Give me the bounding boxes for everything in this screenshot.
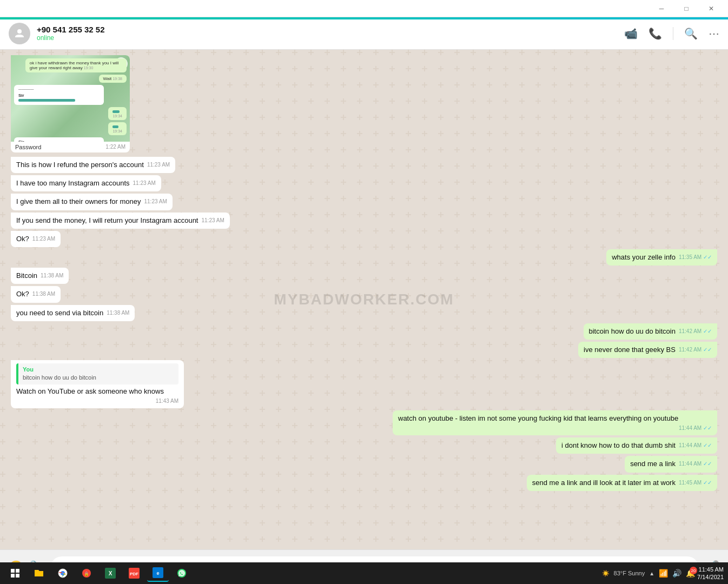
svg-text:🔒: 🔒 (84, 571, 89, 576)
message-time: 11:43 AM (156, 397, 178, 405)
message-bubble: watch on youtube - listen im not some yo… (393, 410, 717, 435)
read-receipts: ✓✓ (703, 480, 712, 486)
message-bubble: This is how I refund the person's accoun… (11, 157, 175, 173)
message-bubble: Bitcoin 11:38 AM (11, 268, 69, 284)
list-item: I give them all to their owners for mone… (11, 194, 717, 210)
screenshot-bubble: ↩ ok i have withdrawn the money thank yo… (11, 55, 130, 155)
message-bubble: Ok? 11:38 AM (11, 286, 61, 302)
svg-rect-4 (16, 574, 19, 578)
list-item: Ok? 11:23 AM (11, 231, 717, 247)
message-bubble: whats your zelle info 11:35 AM ✓✓ (606, 249, 717, 266)
taskbar-file-explorer[interactable] (28, 565, 50, 582)
screenshot-time: 1:22 AM (105, 144, 125, 150)
contact-info: +90 541 255 32 52 online (37, 25, 624, 42)
svg-text:X: X (109, 570, 112, 576)
date-display: 7/14/2021 (697, 573, 724, 581)
clock[interactable]: 11:45 AM 7/14/2021 (697, 566, 724, 581)
close-button[interactable]: ✕ (699, 0, 724, 17)
message-bubble: ive never done that geeky BS 11:42 AM ✓✓ (578, 342, 717, 358)
message-text: I have too many Instagram accounts (16, 179, 130, 187)
header-actions: 📹 📞 🔍 ⋯ (624, 27, 719, 40)
read-receipts: ✓✓ (703, 425, 712, 431)
message-time: 11:44 AM ✓✓ (679, 442, 712, 449)
weather-text: 83°F Sunny (614, 570, 645, 576)
message-bubble: If you send the money, I will return you… (11, 213, 230, 229)
phone-icon[interactable]: 📞 (648, 27, 662, 40)
read-receipts: ✓✓ (703, 442, 712, 448)
start-button[interactable] (4, 565, 26, 582)
message-time: 11:44 AM ✓✓ (679, 460, 712, 468)
list-item: i dont know how to do that dumb shit 11:… (11, 437, 717, 454)
message-text: If you send the money, I will return you… (16, 216, 198, 224)
message-time: 11:23 AM (32, 235, 55, 243)
message-time: 11:42 AM ✓✓ (679, 328, 712, 335)
messages-container: ↩ ok i have withdrawn the money thank yo… (11, 55, 717, 491)
read-receipts: ✓✓ (703, 461, 712, 467)
message-text: Bitcoin (16, 271, 37, 280)
svg-rect-2 (16, 569, 19, 573)
quoted-author: You (23, 366, 174, 374)
taskbar-whatsapp[interactable] (171, 565, 193, 582)
time-display: 11:45 AM (697, 566, 724, 573)
maximize-button[interactable]: □ (674, 0, 699, 17)
taskbar-pdf[interactable]: PDF (123, 565, 145, 582)
message-time: 11:38 AM (32, 290, 55, 298)
taskbar-antivirus[interactable]: 🔒 (76, 565, 97, 582)
list-item: If you send the money, I will return you… (11, 213, 717, 229)
chat-header: +90 541 255 32 52 online 📹 📞 🔍 ⋯ (0, 17, 728, 50)
list-item: Ok? 11:38 AM (11, 286, 717, 302)
title-bar: ─ □ ✕ (0, 0, 728, 17)
list-item: watch on youtube - listen im not some yo… (11, 410, 717, 435)
table-row: ↩ ok i have withdrawn the money thank yo… (11, 55, 717, 155)
svg-point-0 (17, 29, 22, 34)
taskbar-excel[interactable]: X (100, 565, 121, 582)
message-time: 11:23 AM (144, 198, 167, 205)
quoted-message: You bitcoin how do uu do bitcoin (16, 363, 178, 384)
message-text: Ok? (16, 290, 29, 298)
list-item: I have too many Instagram accounts 11:23… (11, 175, 717, 191)
contact-name: +90 541 255 32 52 (37, 25, 624, 34)
minimize-button[interactable]: ─ (649, 0, 674, 17)
taskbar: 🔒 X PDF e ☀️ 83°F Sunny ▲ 📶 🔊 🔔 20 11:45… (0, 562, 728, 584)
list-item: send me a link and ill look at it later … (11, 475, 717, 491)
message-time: 11:38 AM (107, 309, 129, 317)
message-text: bitcoin how do uu do bitcoin (589, 327, 676, 335)
message-time: 11:45 AM ✓✓ (679, 479, 712, 487)
screenshot-caption: Password 1:22 AM (11, 142, 130, 152)
network-icon[interactable]: 📶 (659, 569, 668, 578)
message-bubble: i dont know how to do that dumb shit 11:… (556, 437, 717, 454)
read-receipts: ✓✓ (703, 347, 712, 353)
taskbar-chrome[interactable] (52, 565, 74, 582)
message-time: 11:42 AM ✓✓ (679, 346, 712, 354)
message-bubble: you need to send via bitcoin 11:38 AM (11, 305, 135, 321)
svg-text:PDF: PDF (130, 572, 138, 576)
message-text: Ok? (16, 235, 29, 243)
message-text: i dont know how to do that dumb shit (561, 441, 676, 449)
contact-status: online (37, 34, 624, 42)
list-item: you need to send via bitcoin 11:38 AM (11, 305, 717, 321)
notification-icon[interactable]: 🔔 20 (686, 569, 695, 578)
weather-icon: ☀️ (602, 570, 610, 577)
svg-text:e: e (156, 570, 159, 576)
message-text: send me a link (630, 460, 676, 468)
message-time: 11:35 AM ✓✓ (679, 254, 712, 261)
system-tray: ☀️ 83°F Sunny ▲ 📶 🔊 🔔 20 (602, 569, 696, 578)
message-text: whats your zelle info (612, 253, 676, 261)
message-text: ive never done that geeky BS (584, 346, 676, 354)
message-text: This is how I refund the person's accoun… (16, 161, 144, 169)
list-item: bitcoin how do uu do bitcoin 11:42 AM ✓✓ (11, 323, 717, 340)
volume-icon[interactable]: 🔊 (672, 569, 681, 578)
screenshot-image: ↩ ok i have withdrawn the money thank yo… (11, 55, 130, 142)
tray-chevron[interactable]: ▲ (649, 570, 654, 576)
chat-area: MYBADWORKER.COM ↩ ok i have withdrawn th… (0, 50, 728, 549)
message-bubble: I have too many Instagram accounts 11:23… (11, 175, 161, 191)
list-item: send me a link 11:44 AM ✓✓ (11, 456, 717, 472)
menu-icon[interactable]: ⋯ (709, 27, 719, 40)
video-call-icon[interactable]: 📹 (624, 27, 638, 40)
taskbar-browser[interactable]: e (147, 565, 169, 582)
search-icon[interactable]: 🔍 (684, 27, 698, 40)
list-item: You bitcoin how do uu do bitcoin Watch o… (11, 360, 717, 408)
message-bubble: Ok? 11:23 AM (11, 231, 61, 247)
avatar[interactable] (9, 23, 30, 44)
message-bubble: You bitcoin how do uu do bitcoin Watch o… (11, 360, 184, 408)
